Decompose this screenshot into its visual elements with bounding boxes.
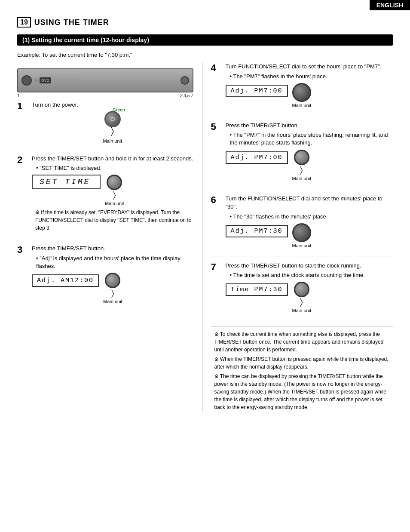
note-3: ※ The time can be displayed by pressing … bbox=[214, 372, 393, 411]
knob-step7 bbox=[294, 282, 309, 297]
language-header: ENGLISH bbox=[370, 0, 410, 10]
step-6-text: Turn the FUNCTION/SELECT dial and set th… bbox=[226, 194, 393, 211]
step-3-text: Press the TIMER/SET button. bbox=[32, 244, 193, 253]
hand-step7: 〉 bbox=[300, 297, 303, 307]
knob-step4 bbox=[292, 83, 311, 102]
step-3-number: 3 bbox=[17, 244, 29, 307]
step-2-number: 2 bbox=[17, 154, 29, 234]
example-text: Example: To set the current time to "7:3… bbox=[17, 52, 393, 58]
main-unit-label-2: Main unit bbox=[105, 201, 124, 206]
main-unit-label-1: Main unit bbox=[32, 138, 193, 144]
main-unit-label-4: Main unit bbox=[292, 103, 312, 108]
device-label-1: 1 bbox=[17, 93, 20, 98]
step-5-number: 5 bbox=[211, 121, 223, 184]
step-3-bullet: "Adj" is displayed and the hours' place … bbox=[36, 255, 193, 270]
power-button-illustration bbox=[104, 111, 121, 127]
step-6-display: Adj. PM7:30 bbox=[226, 225, 288, 237]
step-7-text: Press the TIMER/SET button to start the … bbox=[226, 261, 393, 270]
knob-step2 bbox=[107, 175, 122, 190]
step-4-number: 4 bbox=[211, 62, 223, 111]
step-7: 7 Press the TIMER/SET button to start th… bbox=[211, 261, 393, 322]
step-2-note: ※ If the time is already set, "EVERYDAY"… bbox=[35, 209, 193, 232]
hand-step5: 〉 bbox=[300, 165, 303, 175]
note-1: ※ To check the current time when somethi… bbox=[214, 330, 393, 354]
step-7-display: Time PM7:30 bbox=[226, 283, 288, 296]
subsection-heading: (1) Setting the current time (12-hour di… bbox=[17, 34, 393, 46]
step-7-number: 7 bbox=[211, 261, 223, 316]
main-unit-label-3: Main unit bbox=[103, 299, 122, 304]
step-7-bullet: The time is set and the clock starts cou… bbox=[230, 271, 393, 279]
green-label: Green bbox=[113, 108, 125, 112]
note-2: ※ When the TIMER/SET button is pressed a… bbox=[214, 355, 393, 371]
device-label-2357: 2,3,5,7 bbox=[180, 93, 193, 98]
set-time-display: SET TIME bbox=[32, 175, 101, 189]
main-unit-label-5: Main unit bbox=[292, 176, 312, 181]
step-3: 3 Press the TIMER/SET button. "Adj" is d… bbox=[17, 244, 193, 312]
step-3-display: Adj. AM12:00 bbox=[32, 274, 99, 287]
step-5-text: Press the TIMER/SET button. bbox=[226, 121, 393, 130]
step-5-display: Adj. PM7:00 bbox=[226, 151, 288, 164]
section-title-row: 19 USING THE TIMER bbox=[17, 17, 393, 28]
knob-step6 bbox=[292, 223, 311, 242]
main-unit-label-6: Main unit bbox=[292, 243, 312, 248]
notes-section: ※ To check the current time when somethi… bbox=[211, 326, 393, 411]
step-6: 6 Turn the FUNCTION/SELECT dial and set … bbox=[211, 194, 393, 256]
step-4: 4 Turn FUNCTION/SELECT dial to set the h… bbox=[211, 62, 393, 116]
hand-step3: 〉 bbox=[111, 288, 114, 298]
step-4-display: Adj. PM7:00 bbox=[226, 85, 288, 97]
step-5: 5 Press the TIMER/SET button. The "PM7" … bbox=[211, 121, 393, 189]
section-title: USING THE TIMER bbox=[34, 18, 109, 27]
step-6-bullet: The "30" flashes in the minutes' place. bbox=[230, 213, 393, 221]
step-5-bullet: The "PM7" in the hours' place stops flas… bbox=[230, 131, 393, 147]
step-4-bullet: The "PM7" flashes in the hours' place. bbox=[230, 73, 393, 80]
knob-step3 bbox=[105, 273, 120, 288]
main-unit-label-7: Main unit bbox=[292, 308, 312, 313]
step-6-number: 6 bbox=[211, 194, 223, 251]
step-2-bullet: "SET TIME" is displayed. bbox=[36, 164, 193, 172]
step-4-text: Turn FUNCTION/SELECT dial to set the hou… bbox=[226, 62, 393, 71]
step-2-text: Press the TIMER/SET button and hold it i… bbox=[32, 154, 193, 163]
step-1: 1 Turn on the power. Green 〉 Main unit bbox=[17, 101, 193, 149]
knob-step5 bbox=[294, 150, 309, 165]
device-labels: 1 2,3,5,7 bbox=[17, 93, 193, 98]
hand-step2: 〉 bbox=[113, 190, 116, 200]
left-column: 4,6 DVD bbox=[17, 62, 202, 413]
step-2: 2 Press the TIMER/SET button and hold it… bbox=[17, 154, 193, 240]
right-column: 4 Turn FUNCTION/SELECT dial to set the h… bbox=[202, 62, 393, 413]
section-number: 19 bbox=[17, 17, 31, 28]
step-1-number: 1 bbox=[17, 101, 29, 144]
